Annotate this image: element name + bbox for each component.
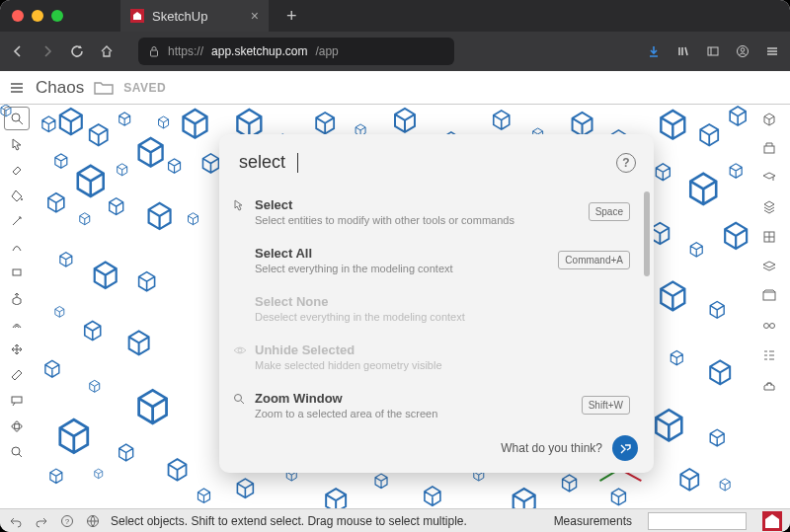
library-button[interactable] [675, 43, 691, 59]
right-panel [756, 107, 786, 397]
rectangle-tool[interactable] [4, 261, 30, 284]
search-tool[interactable] [4, 107, 30, 130]
result-select-all[interactable]: Select AllSelect everything in the model… [219, 236, 648, 284]
svg-point-22 [238, 348, 242, 352]
3d-warehouse-icon[interactable] [756, 373, 782, 397]
menu-button[interactable] [764, 43, 780, 59]
move-tool[interactable] [4, 338, 30, 361]
svg-line-9 [19, 120, 23, 124]
sidebar-button[interactable] [705, 43, 721, 59]
display-icon[interactable] [756, 314, 782, 338]
minimize-window-button[interactable] [32, 10, 43, 22]
fullscreen-window-button[interactable] [51, 10, 63, 22]
shortcut-badge: Shift+W [582, 396, 630, 415]
svg-point-21 [770, 324, 775, 329]
offset-tool[interactable] [4, 312, 30, 336]
tab-title: SketchUp [152, 9, 207, 24]
measurements-label: Measurements [554, 514, 632, 528]
result-zoom-window[interactable]: Zoom WindowZoom to a selected area of th… [219, 381, 648, 429]
left-toolbar [4, 107, 34, 464]
pointer-icon [233, 199, 247, 213]
browser-toolbar: https://app.sketchup.com/app [0, 32, 790, 71]
entity-info-icon[interactable] [756, 107, 782, 130]
svg-line-16 [19, 454, 22, 457]
folder-icon[interactable] [94, 80, 114, 96]
result-title: Unhide Selected [255, 342, 630, 357]
url-bar[interactable]: https://app.sketchup.com/app [138, 38, 454, 65]
help-icon[interactable]: ? [616, 153, 636, 173]
result-desc: Zoom to a selected area of the screen [255, 408, 572, 419]
redo-button[interactable] [34, 513, 49, 529]
svg-text:?: ? [65, 517, 70, 526]
sketchup-favicon [130, 9, 144, 23]
undo-button[interactable] [8, 513, 24, 529]
paint-bucket-tool[interactable] [4, 184, 30, 207]
materials-icon[interactable] [756, 225, 782, 249]
result-title: Zoom Window [255, 391, 572, 406]
result-desc: Make selected hidden geometry visible [255, 359, 630, 371]
result-desc: Select entities to modify with other too… [255, 214, 579, 226]
new-tab-button[interactable]: + [276, 6, 307, 27]
components-icon[interactable] [756, 195, 782, 219]
account-button[interactable] [735, 43, 750, 59]
shortcut-badge: Command+A [558, 251, 630, 269]
result-title: Select [255, 197, 579, 212]
svg-rect-11 [13, 269, 21, 275]
svg-point-8 [12, 114, 20, 121]
push-pull-tool[interactable] [4, 286, 30, 310]
grad-cap-icon[interactable] [756, 166, 782, 190]
arc-tool[interactable] [4, 235, 30, 259]
help-status-icon[interactable]: ? [59, 513, 75, 529]
layers-icon[interactable] [756, 255, 782, 278]
search-popup: select ? SelectSelect entities to modify… [219, 134, 654, 473]
sketchup-logo-icon [762, 511, 782, 531]
status-hint: Select objects. Shift to extend select. … [111, 514, 544, 528]
home-button[interactable] [99, 43, 115, 59]
hamburger-button[interactable] [8, 79, 26, 97]
outliner-icon[interactable] [756, 343, 782, 367]
main-canvas-area: select ? SelectSelect entities to modify… [0, 105, 790, 508]
reload-button[interactable] [69, 43, 85, 59]
svg-rect-17 [764, 146, 774, 153]
svg-point-20 [764, 324, 769, 329]
result-desc: Select everything in the modeling contex… [255, 263, 548, 274]
orbit-tool[interactable] [4, 415, 30, 438]
svg-line-24 [241, 401, 244, 404]
scenes-icon[interactable] [756, 284, 782, 308]
zoom-window-icon [233, 393, 247, 407]
svg-point-10 [21, 198, 23, 200]
svg-point-4 [741, 48, 745, 52]
zoom-tool[interactable] [4, 440, 30, 464]
macos-titlebar: SketchUp × + [0, 0, 790, 32]
language-icon[interactable] [85, 513, 101, 529]
svg-rect-12 [12, 397, 22, 403]
text-tool[interactable] [4, 389, 30, 413]
download-button[interactable] [646, 43, 662, 59]
forward-button[interactable] [40, 43, 55, 59]
result-title: Select None [255, 294, 630, 309]
back-button[interactable] [10, 43, 26, 59]
svg-point-15 [12, 447, 20, 455]
eraser-tool[interactable] [4, 158, 30, 182]
browser-tab[interactable]: SketchUp × [120, 0, 269, 32]
result-select[interactable]: SelectSelect entities to modify with oth… [219, 188, 648, 236]
select-tool[interactable] [4, 132, 30, 156]
search-input[interactable]: select [239, 152, 285, 173]
tape-measure-tool[interactable] [4, 363, 30, 387]
svg-rect-1 [708, 47, 718, 55]
search-results: SelectSelect entities to modify with oth… [219, 188, 654, 429]
result-title: Select All [255, 246, 548, 261]
line-tool[interactable] [4, 209, 30, 233]
url-path: /app [315, 44, 338, 58]
instructor-icon[interactable] [756, 136, 782, 160]
text-caret [297, 153, 298, 173]
svg-point-14 [15, 421, 20, 431]
saved-label: SAVED [123, 81, 166, 95]
shortcut-badge: Space [589, 202, 630, 221]
url-domain: app.sketchup.com [211, 44, 307, 58]
feedback-button[interactable] [612, 435, 638, 461]
close-tab-button[interactable]: × [251, 8, 259, 24]
close-window-button[interactable] [12, 10, 24, 22]
measurements-input[interactable] [648, 512, 747, 530]
project-title: Chaos [36, 78, 84, 98]
